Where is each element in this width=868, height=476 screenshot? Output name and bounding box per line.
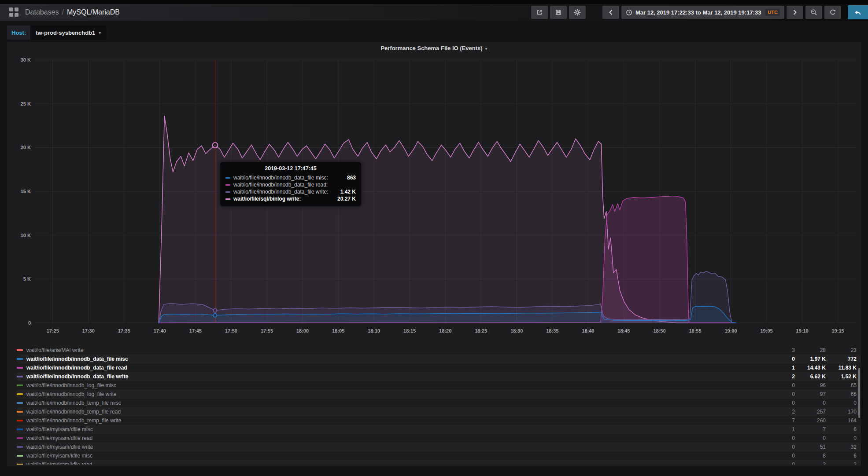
legend-series-name[interactable]: wait/io/file/aria/MAI write bbox=[26, 347, 83, 353]
time-forward-button[interactable] bbox=[787, 6, 803, 19]
legend-row[interactable]: wait/io/file/innodb/innodb_data_file wri… bbox=[17, 372, 861, 381]
legend-row[interactable]: wait/io/file/innodb/innodb_data_file mis… bbox=[17, 355, 861, 363]
legend-value: 96 bbox=[795, 382, 826, 388]
legend-series-name[interactable]: wait/io/file/innodb/innodb_temp_file rea… bbox=[26, 409, 121, 415]
legend-values: 26.62 K1.52 K bbox=[764, 373, 857, 380]
legend-series-name[interactable]: wait/io/file/innodb/innodb_temp_file wri… bbox=[26, 417, 121, 424]
legend-row[interactable]: wait/io/file/myisam/kfile read022 bbox=[17, 460, 861, 465]
x-axis-label: 19:15 bbox=[832, 328, 844, 333]
series-color-dash-icon[interactable] bbox=[17, 384, 23, 386]
series-color-dash-icon[interactable] bbox=[17, 420, 23, 421]
panel-header[interactable]: Performance Schema File IO (Events) ▾ bbox=[7, 42, 861, 54]
legend-series-name[interactable]: wait/io/file/myisam/dfile write bbox=[26, 444, 93, 450]
breadcrumb-dashboard-title[interactable]: MySQL/MariaDB bbox=[67, 8, 120, 16]
chevron-down-icon: ▾ bbox=[99, 30, 101, 35]
series-color-dash-icon[interactable] bbox=[17, 367, 23, 369]
legend-series-name[interactable]: wait/io/file/innodb/innodb_data_file wri… bbox=[26, 373, 128, 380]
series-color-dash-icon[interactable] bbox=[17, 349, 23, 351]
legend-value: 2 bbox=[826, 461, 857, 465]
refresh-button[interactable] bbox=[824, 6, 841, 19]
legend-row[interactable]: wait/io/file/myisam/dfile read000 bbox=[17, 434, 861, 443]
series-color-dash-icon[interactable] bbox=[17, 411, 23, 413]
legend-values: 2257170 bbox=[764, 409, 857, 415]
legend-series-name[interactable]: wait/io/file/myisam/dfile read bbox=[26, 435, 92, 441]
series-color-dash-icon[interactable] bbox=[17, 455, 23, 457]
legend-value: 11.83 K bbox=[826, 365, 857, 371]
legend-value: 1.52 K bbox=[826, 373, 857, 380]
x-axis-label: 17:45 bbox=[189, 328, 202, 333]
series-color-dash-icon[interactable] bbox=[17, 446, 23, 448]
host-label: Host: bbox=[7, 26, 30, 40]
settings-button[interactable] bbox=[569, 6, 586, 19]
series-color-dash-icon[interactable] bbox=[17, 402, 23, 404]
legend-values: 086 bbox=[764, 453, 857, 459]
legend-row[interactable]: wait/io/file/innodb/innodb_temp_file rea… bbox=[17, 407, 861, 416]
series-color-dash-icon[interactable] bbox=[17, 376, 23, 377]
timezone-badge: UTC bbox=[765, 9, 780, 16]
legend-value: 1 bbox=[764, 365, 795, 371]
save-button[interactable] bbox=[550, 6, 567, 19]
x-axis-label: 18:50 bbox=[653, 328, 665, 333]
legend-value: 0 bbox=[764, 391, 795, 397]
legend-value: 164 bbox=[826, 417, 857, 424]
legend-value: 51 bbox=[795, 444, 826, 450]
legend-series-name[interactable]: wait/io/file/innodb/innodb_log_file writ… bbox=[26, 391, 117, 397]
legend-series-name[interactable]: wait/io/file/myisam/dfile misc bbox=[26, 426, 93, 432]
series-color-dash-icon[interactable] bbox=[17, 428, 23, 430]
breadcrumb-section[interactable]: Databases bbox=[25, 8, 59, 16]
legend-row[interactable]: wait/io/file/innodb/innodb_log_file misc… bbox=[17, 381, 861, 390]
legend-series-name[interactable]: wait/io/file/myisam/kfile misc bbox=[26, 453, 92, 459]
tooltip-series-label: wait/io/file/innodb/innodb_data_file rea… bbox=[233, 182, 328, 188]
legend-value: 260 bbox=[795, 417, 826, 424]
legend-row[interactable]: wait/io/file/aria/MAI write32823 bbox=[17, 346, 861, 355]
tooltip-series-row: wait/io/file/innodb/innodb_data_file mis… bbox=[225, 174, 356, 181]
hover-point-icon bbox=[212, 143, 218, 148]
legend-row[interactable]: wait/io/file/innodb/innodb_temp_file wri… bbox=[17, 416, 861, 425]
legend-series-name[interactable]: wait/io/file/innodb/innodb_temp_file mis… bbox=[26, 400, 121, 406]
legend-value: 0 bbox=[764, 356, 795, 362]
legend-value: 6 bbox=[826, 453, 857, 459]
legend-row[interactable]: wait/io/file/myisam/dfile write05132 bbox=[17, 443, 861, 451]
tooltip-series-label: wait/io/file/sql/binlog write: bbox=[233, 196, 301, 202]
legend-row[interactable]: wait/io/file/myisam/kfile misc086 bbox=[17, 451, 861, 460]
panel-menu-caret-icon: ▾ bbox=[485, 45, 488, 51]
legend-value: 3 bbox=[764, 347, 795, 353]
time-back-button[interactable] bbox=[602, 6, 619, 19]
legend-values: 09665 bbox=[764, 382, 857, 388]
share-button[interactable] bbox=[531, 6, 548, 19]
legend-row[interactable]: wait/io/file/myisam/dfile misc176 bbox=[17, 425, 861, 434]
legend-value: 6 bbox=[826, 426, 857, 432]
zoom-out-button[interactable] bbox=[805, 6, 822, 19]
series-color-dash-icon[interactable] bbox=[17, 464, 23, 465]
series-color-dash-icon[interactable] bbox=[17, 358, 23, 360]
legend-values: 176 bbox=[764, 426, 857, 432]
x-axis-label: 17:35 bbox=[118, 328, 130, 333]
legend-values: 01.97 K772 bbox=[764, 356, 857, 362]
x-axis-label: 18:25 bbox=[475, 328, 487, 333]
tooltip-series-row: wait/io/file/innodb/innodb_data_file rea… bbox=[225, 181, 356, 188]
legend-value: 8 bbox=[795, 453, 826, 459]
legend-row[interactable]: wait/io/file/innodb/innodb_temp_file mis… bbox=[17, 399, 861, 407]
series-color-dash-icon[interactable] bbox=[17, 393, 23, 395]
chart-area[interactable]: 05 K10 K15 K20 K25 K30 K17:2517:3017:351… bbox=[7, 54, 861, 345]
y-axis-label: 0 bbox=[28, 320, 31, 326]
x-axis-label: 18:30 bbox=[510, 328, 523, 333]
back-to-dashboard-button[interactable] bbox=[848, 5, 868, 19]
apps-grid-icon[interactable] bbox=[9, 7, 19, 17]
legend-series-name[interactable]: wait/io/file/innodb/innodb_data_file mis… bbox=[26, 356, 128, 362]
legend-row[interactable]: wait/io/file/innodb/innodb_data_file rea… bbox=[17, 363, 861, 372]
host-select[interactable]: tw-prod-sysbenchdb1 ▾ bbox=[30, 26, 106, 40]
y-axis-label: 25 K bbox=[21, 101, 31, 106]
legend-value: 65 bbox=[826, 382, 857, 388]
legend-scrollbar[interactable] bbox=[858, 368, 860, 418]
legend-series-name[interactable]: wait/io/file/myisam/kfile read bbox=[26, 461, 92, 465]
legend-value: 32 bbox=[826, 444, 857, 450]
series-color-dash-icon[interactable] bbox=[17, 437, 23, 439]
time-range-picker[interactable]: Mar 12, 2019 17:22:33 to Mar 12, 2019 19… bbox=[621, 6, 784, 19]
legend-row[interactable]: wait/io/file/innodb/innodb_log_file writ… bbox=[17, 390, 861, 399]
tooltip-series-value: 863 bbox=[343, 175, 356, 181]
legend-series-name[interactable]: wait/io/file/innodb/innodb_log_file misc bbox=[26, 382, 116, 388]
legend-series-name[interactable]: wait/io/file/innodb/innodb_data_file rea… bbox=[26, 365, 127, 371]
navbar: Databases / MySQL/MariaDB Mar 12, 2019 1… bbox=[0, 0, 868, 21]
legend-values: 022 bbox=[764, 461, 857, 465]
